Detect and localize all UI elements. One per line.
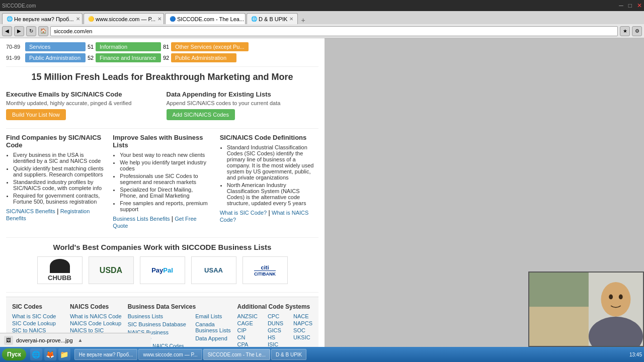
data-appending-box: Data Appending for Existing Lists Append… [167,90,319,120]
footer-canada-lists[interactable]: Canada Business Lists [195,321,231,333]
information-btn[interactable]: Information [96,42,161,51]
taskbar-item-3[interactable]: D & B UPIK [271,349,306,360]
refresh-btn[interactable]: ↻ [26,26,36,36]
footer-sic-db[interactable]: SIC Business Database [128,321,189,327]
footer-naics-lookup[interactable]: NAICS Code Lookup [70,320,122,326]
sic-definitions-heading: SIC/NAICS Code Definitions [220,134,318,141]
tab-favicon-3: 🌐 [251,16,257,22]
footer-cip[interactable]: CIP [237,327,258,333]
chubb-symbol [50,259,70,273]
build-list-btn[interactable]: Build Your List Now [6,109,66,120]
finance-btn[interactable]: Finance and Insurance [96,53,161,62]
find-links: SIC/NAICS Benefits | Registration Benefi… [6,208,105,222]
improve-item-0: Your best way to reach new clients [120,152,211,158]
footer-what-is-sic[interactable]: What is SIC Code [12,313,64,319]
bookmark-btn[interactable]: ★ [620,26,630,36]
tab-2[interactable]: 🔵 SICCODE.com - The Lea... ✕ [165,13,246,24]
range-label-0: 70-89 [6,44,25,50]
footer-uksic[interactable]: UKSIC [293,334,312,340]
services-btn[interactable]: Services [25,42,86,51]
footer-gics[interactable]: GICS [268,327,283,333]
footer-data-append[interactable]: Data Append [195,335,231,341]
footer-soc[interactable]: SOC [293,327,312,333]
taskbar-icon-folder[interactable]: 📁 [58,348,70,360]
tab-3[interactable]: 🌐 D & B UPIK ✕ [247,13,298,24]
svg-point-5 [609,295,613,300]
sic-definitions-list: Standard Industrial Classification Codes… [220,144,318,206]
taskbar-icon-firefox[interactable]: 🦊 [44,348,56,360]
category-row-0: 70-89 Services 51 Information 81 Other S… [6,42,318,51]
svg-point-6 [619,295,623,300]
num-92: 92 [161,55,171,61]
business-lists-benefits-link[interactable]: Business Lists Benefits [113,216,170,222]
what-is-sic-link[interactable]: What is SIC Code? [220,210,267,216]
tab-close-1[interactable]: ✕ [157,16,162,22]
taskbar-item-1[interactable]: www.siccode.com — Р... [138,349,202,360]
num-81: 81 [161,44,171,50]
find-companies-list: Every business in the USA is identified … [6,152,105,205]
footer-sic-heading: SIC Codes [12,303,64,310]
add-codes-btn[interactable]: Add SIC/NAICS Codes [167,109,235,120]
tab-close-0[interactable]: ✕ [76,16,80,22]
settings-btn[interactable]: ⚙ [632,26,642,36]
data-appending-desc: Append SIC/NAICS codes to your current d… [167,100,319,106]
tab-bar: 🌐 Не верьте нам? Проб... ✕ 🟡 www.siccode… [0,11,644,24]
tab-1[interactable]: 🟡 www.siccode.com — Р... ✕ [84,13,164,24]
tab-label-1: www.siccode.com — Р... [96,16,155,22]
footer-hs[interactable]: HS [268,334,283,340]
home-btn[interactable]: 🏠 [38,26,48,36]
public-admin-orange-btn[interactable]: Public Administration [171,53,236,62]
close-btn[interactable]: ✕ [637,2,642,9]
taskbar-item-2[interactable]: SICCODE.com - The Le... [203,349,270,360]
footer-anzsic[interactable]: ANZSIC [237,313,258,319]
improve-item-3: Specialized for Direct Mailing, Phone, a… [120,187,211,199]
minimize-btn[interactable]: ─ [619,2,623,9]
title-bar: SICCODE.com ─ □ ✕ [0,0,644,11]
webcam-person-svg [529,272,643,347]
find-item-2: Standardized industry profiles by SIC/NA… [13,179,105,191]
tab-favicon-0: 🌐 [7,16,13,22]
footer-duns[interactable]: DUNS [268,320,283,326]
partners-row: CHUBB USDA PayPal USAA citi CITIBANK [6,256,318,284]
partner-usda: USDA [89,256,134,284]
maximize-btn[interactable]: □ [628,2,632,9]
find-item-3: Required for government contracts, Fortu… [13,193,105,205]
footer-cpc[interactable]: CPC [268,313,283,319]
footer-business-lists[interactable]: Business Lists [128,313,189,319]
footer-cage[interactable]: CAGE [237,320,258,326]
start-button[interactable]: Пуск [2,348,26,360]
additional-grid: ANZSIC CAGE CIP CN CPA CPC DUNS GICS HS … [237,313,312,348]
address-bar[interactable]: siccode.com/en [50,26,618,36]
partners-section: World's Best Companies Work with SICCODE… [6,243,318,284]
taskbar-item-0[interactable]: Не верьте нам? Проб... [74,349,138,360]
footer-napcs[interactable]: NAPCS [293,320,312,326]
improve-links: Business Lists Benefits | Get Free Quote [113,215,211,229]
tab-0[interactable]: 🌐 Не верьте нам? Проб... ✕ [2,13,83,24]
footer-nace[interactable]: NACE [293,313,312,319]
back-btn[interactable]: ◀ [2,26,12,36]
find-companies-heading: Find Companies by SIC/NAICS Code [6,134,105,149]
footer-cn[interactable]: CN [237,334,258,340]
exec-emails-desc: Monthly updated, highly accurate, pinged… [6,100,158,106]
taskbar-icon-ie[interactable]: 🌐 [30,348,42,360]
download-chevron[interactable]: ▲ [78,337,83,343]
tab-close-3[interactable]: ✕ [289,16,293,22]
other-services-btn[interactable]: Other Services (except Pu... [171,42,249,51]
sic-definitions-col: SIC/NAICS Code Definitions Standard Indu… [220,134,318,229]
new-tab-btn[interactable]: + [301,16,305,24]
svg-point-3 [601,282,630,317]
nav-bar: ◀ ▶ ↻ 🏠 siccode.com/en ★ ⚙ [0,24,644,38]
forward-btn[interactable]: ▶ [14,26,24,36]
download-file-icon: 🖼 [4,336,13,345]
title-text: SICCODE.com [2,3,36,9]
footer-email-lists[interactable]: Email Lists [195,313,231,319]
usda-label: USDA [100,266,122,275]
sic-item-1: North American Industry Classification S… [227,182,318,206]
tab-label-0: Не верьте нам? Проб... [14,16,74,22]
footer-what-is-naics[interactable]: What is NAICS Code [70,313,122,319]
footer-sic-lookup[interactable]: SIC Code Lookup [12,320,64,326]
sic-naics-benefits-link[interactable]: SIC/NAICS Benefits [6,208,55,214]
public-admin-btn[interactable]: Public Administration [25,53,86,62]
num-52: 52 [86,55,96,61]
partners-heading: World's Best Companies Work with SICCODE… [6,243,318,251]
